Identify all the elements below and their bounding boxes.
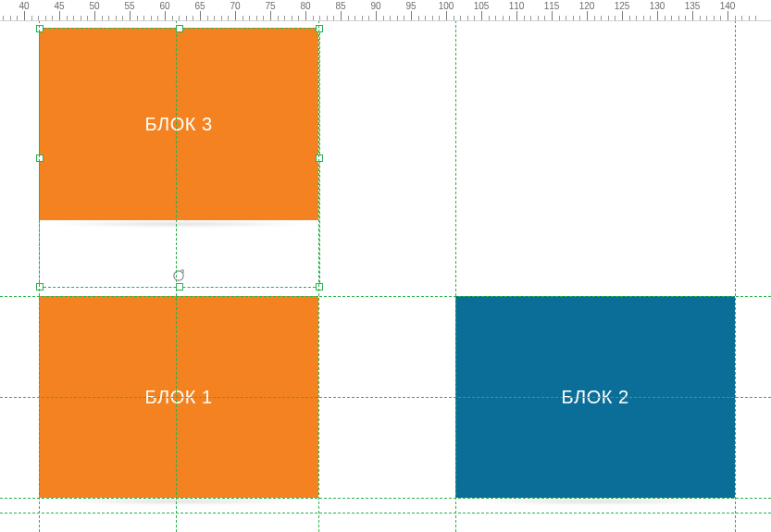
guide-horizontal[interactable] bbox=[0, 513, 771, 513]
ruler-tick-label: 115 bbox=[544, 1, 560, 11]
ruler-tick-minor bbox=[122, 16, 123, 20]
ruler-tick-minor bbox=[390, 16, 391, 20]
ruler-tick-minor bbox=[538, 16, 539, 20]
ruler-tick-label: 75 bbox=[265, 1, 275, 11]
ruler-tick-label: 85 bbox=[335, 1, 345, 11]
ruler-tick-minor bbox=[636, 16, 637, 20]
ruler-tick-minor bbox=[685, 16, 686, 20]
ruler-tick-major bbox=[481, 11, 482, 20]
ruler-tick-minor bbox=[193, 16, 193, 20]
ruler-tick-minor bbox=[214, 16, 215, 20]
ruler-tick-minor bbox=[81, 16, 81, 20]
rotation-handle-icon[interactable] bbox=[172, 269, 185, 282]
ruler-tick-major bbox=[130, 11, 131, 20]
ruler-tick-minor bbox=[454, 16, 454, 20]
ruler-tick-label: 120 bbox=[579, 1, 595, 11]
ruler-tick-minor bbox=[45, 16, 46, 20]
ruler-tick-minor bbox=[678, 16, 679, 20]
ruler-tick-minor bbox=[650, 16, 651, 20]
ruler-tick-label: 90 bbox=[370, 1, 380, 11]
ruler-tick-major bbox=[59, 11, 60, 20]
ruler-tick-minor bbox=[741, 16, 742, 20]
ruler-tick-minor bbox=[10, 16, 11, 20]
block-2[interactable]: БЛОК 2 bbox=[455, 296, 735, 498]
ruler-tick-minor bbox=[404, 16, 404, 20]
guide-horizontal[interactable] bbox=[0, 498, 771, 499]
ruler-tick-major bbox=[622, 11, 623, 20]
ruler-tick-minor bbox=[292, 16, 292, 20]
ruler-tick-minor bbox=[362, 16, 363, 20]
ruler-tick-minor bbox=[671, 16, 672, 20]
ruler-tick-minor bbox=[579, 16, 580, 20]
ruler-tick-minor bbox=[460, 16, 461, 20]
ruler-tick-minor bbox=[383, 16, 384, 20]
ruler-tick-minor bbox=[3, 16, 4, 20]
ruler-tick-minor bbox=[116, 16, 117, 20]
block-1[interactable]: БЛОК 1 bbox=[39, 296, 318, 498]
ruler-tick-label: 70 bbox=[230, 1, 240, 11]
ruler-tick-minor bbox=[17, 16, 18, 20]
ruler-tick-label: 135 bbox=[685, 1, 701, 11]
block-3[interactable]: БЛОК 3 bbox=[39, 28, 318, 220]
ruler-tick-minor bbox=[566, 16, 566, 20]
ruler-tick-minor bbox=[228, 16, 229, 20]
ruler-tick-minor bbox=[706, 16, 707, 20]
resize-handle-bottom-left[interactable] bbox=[36, 283, 44, 291]
ruler-tick-minor bbox=[735, 16, 736, 20]
ruler-tick-label: 45 bbox=[54, 1, 64, 11]
resize-handle-bottom-center[interactable] bbox=[176, 283, 183, 291]
ruler-tick-minor bbox=[559, 16, 560, 20]
ruler-tick-major bbox=[235, 11, 236, 20]
ruler-tick-major bbox=[376, 11, 377, 20]
ruler-tick-minor bbox=[108, 16, 109, 20]
ruler-tick-minor bbox=[509, 16, 510, 20]
ruler-tick-minor bbox=[102, 16, 103, 20]
svg-point-0 bbox=[174, 271, 183, 280]
ruler-tick-label: 80 bbox=[300, 1, 310, 11]
ruler-tick-label: 60 bbox=[159, 1, 169, 11]
ruler-tick-minor bbox=[242, 16, 243, 20]
resize-handle-bottom-right[interactable] bbox=[316, 283, 323, 291]
ruler-tick-minor bbox=[643, 16, 644, 20]
ruler-tick-minor bbox=[432, 16, 433, 20]
ruler-tick-minor bbox=[207, 16, 208, 20]
block-3-shadow bbox=[46, 220, 311, 228]
guide-vertical[interactable] bbox=[735, 20, 736, 532]
ruler-tick-major bbox=[200, 11, 201, 20]
ruler-tick-label: 125 bbox=[615, 1, 630, 11]
ruler-tick-major bbox=[516, 11, 517, 20]
ruler-tick-minor bbox=[665, 16, 665, 20]
ruler-tick-minor bbox=[594, 16, 595, 20]
ruler-tick-label: 65 bbox=[194, 1, 205, 11]
ruler-tick-major bbox=[305, 11, 306, 20]
ruler-tick-minor bbox=[52, 16, 53, 20]
ruler-tick-minor bbox=[354, 16, 355, 20]
ruler-tick-minor bbox=[284, 16, 285, 20]
block-3-label: БЛОК 3 bbox=[144, 114, 212, 135]
ruler-tick-minor bbox=[278, 16, 279, 20]
ruler-tick-minor bbox=[544, 16, 545, 20]
ruler-tick-label: 55 bbox=[124, 1, 134, 11]
ruler-tick-major bbox=[411, 11, 412, 20]
ruler-tick-minor bbox=[172, 16, 173, 20]
guide-vertical[interactable] bbox=[318, 20, 319, 532]
ruler-tick-label: 50 bbox=[89, 1, 99, 11]
ruler-tick-major bbox=[24, 11, 25, 20]
ruler-tick-minor bbox=[714, 16, 715, 20]
ruler-tick-major bbox=[552, 11, 553, 20]
ruler-tick-label: 95 bbox=[405, 1, 416, 11]
ruler-tick-minor bbox=[524, 16, 525, 20]
ruler-tick-minor bbox=[298, 16, 299, 20]
ruler-tick-major bbox=[587, 11, 588, 20]
ruler-tick-major bbox=[341, 11, 342, 20]
ruler-tick-minor bbox=[221, 16, 222, 20]
ruler-tick-minor bbox=[489, 16, 490, 20]
ruler-tick-minor bbox=[327, 16, 328, 20]
ruler-tick-minor bbox=[333, 16, 334, 20]
ruler-tick-major bbox=[727, 11, 728, 20]
ruler-tick-minor bbox=[467, 16, 468, 20]
canvas[interactable]: БЛОК 3 БЛОК 1 БЛОК 2 bbox=[0, 20, 771, 532]
ruler-tick-minor bbox=[608, 16, 609, 20]
ruler-tick-label: 130 bbox=[650, 1, 665, 11]
horizontal-ruler[interactable]: 3540455055606570758085909510010511011512… bbox=[0, 0, 771, 21]
